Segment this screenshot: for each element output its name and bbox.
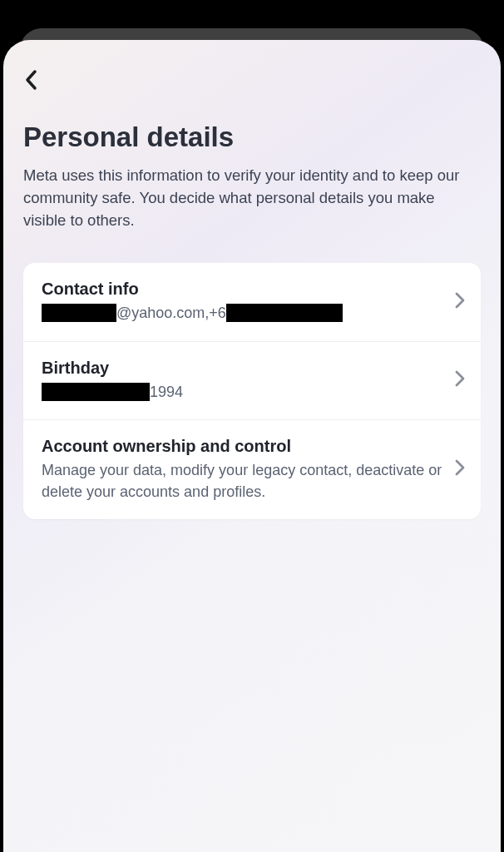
contact-email-suffix: @yahoo.com, <box>116 302 209 324</box>
list-item-content: Account ownership and control Manage you… <box>42 437 444 503</box>
account-ownership-title: Account ownership and control <box>42 437 444 456</box>
page-description: Meta uses this information to verify you… <box>23 165 481 231</box>
chevron-right-icon <box>454 369 466 391</box>
account-ownership-description: Manage your data, modify your legacy con… <box>42 459 444 503</box>
birthday-title: Birthday <box>42 359 444 378</box>
contact-phone-prefix: +6 <box>209 302 226 324</box>
redacted-birthday-date <box>42 383 150 401</box>
redacted-phone-rest <box>226 304 343 322</box>
back-button[interactable] <box>23 63 57 97</box>
account-ownership-item[interactable]: Account ownership and control Manage you… <box>23 420 481 519</box>
settings-card: Contact info @yahoo.com, +6 Birthday 199… <box>23 263 481 518</box>
birthday-item[interactable]: Birthday 1994 <box>23 342 481 420</box>
contact-info-value: @yahoo.com, +6 <box>42 302 444 324</box>
birthday-value: 1994 <box>42 381 444 403</box>
chevron-right-icon <box>454 291 466 313</box>
chevron-left-icon <box>23 68 40 92</box>
list-item-content: Contact info @yahoo.com, +6 <box>42 280 444 324</box>
list-item-content: Birthday 1994 <box>42 359 444 403</box>
redacted-email-user <box>42 304 116 322</box>
birthday-year: 1994 <box>150 381 183 403</box>
settings-sheet: Personal details Meta uses this informat… <box>3 40 501 852</box>
contact-info-title: Contact info <box>42 280 444 299</box>
contact-info-item[interactable]: Contact info @yahoo.com, +6 <box>23 263 481 341</box>
page-title: Personal details <box>23 121 481 153</box>
chevron-right-icon <box>454 458 466 480</box>
